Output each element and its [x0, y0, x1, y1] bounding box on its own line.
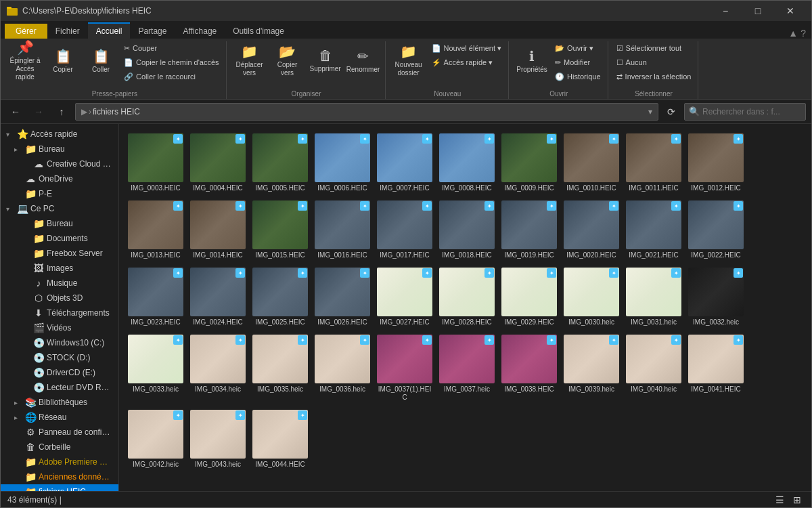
sidebar-item-creative-cloud[interactable]: ☁Creative Cloud Files — [1, 156, 118, 171]
search-input[interactable] — [702, 107, 797, 117]
file-item[interactable]: ✦IMG_0030.heic — [562, 265, 621, 329]
couper-button[interactable]: ✂ Couper — [121, 41, 222, 55]
address-dropdown-icon[interactable]: ▾ — [648, 107, 652, 117]
forward-button[interactable]: → — [29, 102, 48, 121]
tab-fichier[interactable]: Fichier — [47, 22, 88, 39]
file-item[interactable]: ✦IMG_0019.HEIC — [499, 198, 559, 262]
file-item[interactable]: ✦IMG_0039.heic — [562, 332, 621, 404]
file-item[interactable]: ✦IMG_0040.heic — [624, 332, 683, 404]
sidebar-item-panneau[interactable]: ⚙Panneau de configuration — [1, 425, 118, 440]
sidebar-item-bureau2[interactable]: 📁Bureau — [1, 216, 118, 231]
file-item[interactable]: ✦IMG_0032.heic — [686, 265, 746, 329]
file-item[interactable]: ✦IMG_0037.heic — [437, 332, 497, 404]
minimize-button[interactable]: − — [710, 1, 741, 21]
copier-chemin-button[interactable]: 📄 Copier le chemin d'accès — [121, 56, 222, 69]
file-item[interactable]: ✦IMG_0036.heic — [313, 332, 372, 404]
proprietes-button[interactable]: ℹ Propriétés — [514, 41, 549, 79]
file-item[interactable]: ✦IMG_0020.HEIC — [562, 198, 621, 262]
file-item[interactable]: ✦IMG_0025.HEIC — [250, 265, 310, 329]
tab-accueil[interactable]: Accueil — [88, 22, 131, 39]
file-item[interactable]: ✦IMG_0015.HEIC — [250, 198, 310, 262]
ouvrir-button[interactable]: 📂 Ouvrir ▾ — [552, 41, 604, 55]
sidebar-item-onedrive[interactable]: ☁OneDrive — [1, 171, 118, 186]
file-item[interactable]: ✦IMG_0009.HEIC — [499, 131, 559, 195]
file-item[interactable]: ✦IMG_0008.HEIC — [437, 131, 497, 195]
grid-view-button[interactable]: ⊞ — [790, 493, 805, 507]
modifier-button[interactable]: ✏ Modifier — [552, 56, 604, 69]
tab-gerer[interactable]: Gérer — [5, 24, 47, 39]
address-box[interactable]: ▶ › fichiers HEIC ▾ — [75, 103, 658, 121]
file-item[interactable]: ✦IMG_0014.HEIC — [188, 198, 248, 262]
sidebar-item-stock[interactable]: 💿STOCK (D:) — [1, 350, 118, 365]
file-item[interactable]: ✦IMG_0034.heic — [188, 332, 248, 404]
file-item[interactable]: ✦IMG_0042.heic — [126, 407, 185, 471]
sidebar-item-freebox[interactable]: 📁Freebox Server — [1, 246, 118, 261]
nouvel-element-button[interactable]: 📄 Nouvel élément ▾ — [429, 41, 505, 55]
file-item[interactable]: ✦IMG_0012.HEIC — [686, 131, 746, 195]
sidebar-item-ce-pc[interactable]: ▾💻Ce PC — [1, 201, 118, 216]
file-item[interactable]: ✦IMG_0043.heic — [188, 407, 248, 471]
tab-partage[interactable]: Partage — [130, 22, 175, 39]
file-item[interactable]: ✦IMG_0011.HEIC — [624, 131, 683, 195]
sidebar-item-acces-rapide[interactable]: ▾⭐Accès rapide — [1, 127, 118, 142]
file-item[interactable]: ✦IMG_0010.HEIC — [562, 131, 621, 195]
refresh-button[interactable]: ⟳ — [662, 103, 680, 121]
file-item[interactable]: ✦IMG_0005.HEIC — [250, 131, 310, 195]
sidebar-item-documents[interactable]: 📁Documents — [1, 231, 118, 246]
file-item[interactable]: ✦IMG_0029.HEIC — [499, 265, 559, 329]
file-item[interactable]: ✦IMG_0023.HEIC — [126, 265, 185, 329]
sidebar-item-videos[interactable]: 🎬Vidéos — [1, 320, 118, 335]
file-item[interactable]: ✦IMG_0044.HEIC — [250, 407, 310, 471]
sidebar-item-objets3d[interactable]: ⬡Objets 3D — [1, 291, 118, 305]
file-item[interactable]: ✦IMG_0037(1).HEI C — [375, 332, 434, 404]
file-item[interactable]: ✦IMG_0027.HEIC — [375, 265, 434, 329]
file-item[interactable]: ✦IMG_0033.heic — [126, 332, 185, 404]
back-button[interactable]: ← — [6, 102, 25, 121]
list-view-button[interactable]: ☰ — [772, 493, 787, 507]
maximize-button[interactable]: □ — [742, 1, 773, 21]
sidebar-item-musique[interactable]: ♪Musique — [1, 276, 118, 291]
file-item[interactable]: ✦IMG_0038.HEIC — [499, 332, 559, 404]
file-item[interactable]: ✦IMG_0035.heic — [250, 332, 310, 404]
copier-vers-button[interactable]: 📂 Copiervers — [270, 41, 305, 79]
sidebar-item-pe[interactable]: 📁P-E — [1, 186, 118, 201]
close-button[interactable]: ✕ — [775, 1, 806, 21]
file-item[interactable]: ✦IMG_0018.HEIC — [437, 198, 497, 262]
sidebar-item-reseau[interactable]: ▸🌐Réseau — [1, 410, 118, 425]
sidebar-item-corbeille[interactable]: 🗑Corbeille — [1, 440, 118, 454]
file-item[interactable]: ✦IMG_0004.HEIC — [188, 131, 248, 195]
coller-raccourci-button[interactable]: 🔗 Coller le raccourci — [121, 70, 222, 83]
sidebar-item-images[interactable]: 🖼Images — [1, 261, 118, 276]
acces-rapide-button[interactable]: ⚡ Accès rapide ▾ — [429, 56, 505, 69]
file-item[interactable]: ✦IMG_0007.HEIC — [375, 131, 434, 195]
historique-button[interactable]: 🕐 Historique — [552, 70, 604, 83]
selectionner-tout-button[interactable]: ☑ Sélectionner tout — [614, 41, 694, 55]
file-item[interactable]: ✦IMG_0006.HEIC — [313, 131, 372, 195]
tab-affichage[interactable]: Affichage — [175, 22, 225, 39]
file-item[interactable]: ✦IMG_0003.HEIC — [126, 131, 185, 195]
sidebar-item-bureau[interactable]: ▸📁Bureau — [1, 142, 118, 156]
sidebar-item-adobe[interactable]: 📁Adobe Premiere Pro Auto-Sav... — [1, 454, 118, 469]
ribbon-collapse-icon[interactable]: ▲ — [788, 28, 798, 39]
file-item[interactable]: ✦IMG_0021.HEIC — [624, 198, 683, 262]
file-item[interactable]: ✦IMG_0031.heic — [624, 265, 683, 329]
file-item[interactable]: ✦IMG_0024.HEIC — [188, 265, 248, 329]
nouveau-dossier-button[interactable]: 📁 Nouveaudossier — [391, 41, 426, 79]
aucun-button[interactable]: ☐ Aucun — [614, 56, 694, 69]
epingler-button[interactable]: 📌 Épingler àAccès rapide — [7, 41, 43, 79]
help-icon[interactable]: ? — [800, 28, 806, 39]
search-box[interactable]: 🔍 — [684, 103, 806, 121]
file-area[interactable]: ✦IMG_0003.HEIC✦IMG_0004.HEIC✦IMG_0005.HE… — [119, 124, 811, 491]
sidebar-item-anciennes[interactable]: 📁Anciennes données de Firefox — [1, 469, 118, 484]
file-item[interactable]: ✦IMG_0028.HEIC — [437, 265, 497, 329]
file-item[interactable]: ✦IMG_0013.HEIC — [126, 198, 185, 262]
file-item[interactable]: ✦IMG_0026.HEIC — [313, 265, 372, 329]
coller-button[interactable]: 📋 Coller — [83, 41, 118, 79]
sidebar-item-drivercd[interactable]: 💿DriverCD (E:) — [1, 365, 118, 380]
sidebar-item-windows10[interactable]: 💿Windows10 (C:) — [1, 335, 118, 350]
renommer-button[interactable]: ✏ Renommer — [346, 41, 381, 79]
file-item[interactable]: ✦IMG_0041.HEIC — [686, 332, 746, 404]
file-item[interactable]: ✦IMG_0016.HEIC — [313, 198, 372, 262]
sidebar-item-lecteur[interactable]: 💿Lecteur DVD RW (F:) — [1, 380, 118, 395]
supprimer-button[interactable]: 🗑 Supprimer — [308, 41, 343, 79]
